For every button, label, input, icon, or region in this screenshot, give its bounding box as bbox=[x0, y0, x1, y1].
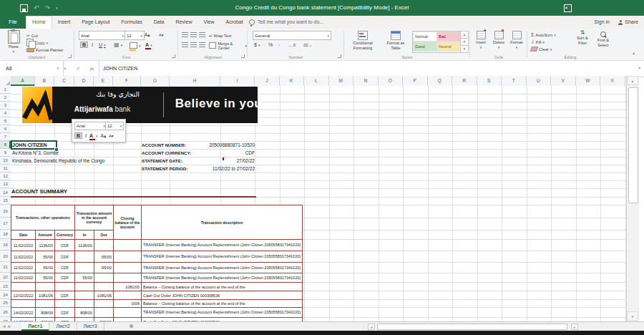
wrap-text-button[interactable]: ↩ Wrap Text bbox=[209, 32, 231, 39]
cell-date[interactable]: 12/02/2022 bbox=[11, 291, 36, 300]
cell-currency[interactable]: CDF bbox=[55, 291, 75, 300]
row-header-23[interactable]: 23 bbox=[0, 282, 11, 291]
account-field-value[interactable]: 27/02/22 bbox=[154, 157, 255, 165]
cell-out[interactable]: -55/00 bbox=[94, 251, 114, 263]
shrink-font-button[interactable]: A▾ bbox=[159, 31, 163, 38]
sheet-tab-лист2[interactable]: Лист2 bbox=[49, 322, 77, 331]
row-header-21[interactable]: 21 bbox=[0, 262, 11, 273]
row-header-11[interactable]: 11 bbox=[0, 165, 11, 173]
mini-italic-button[interactable]: I bbox=[85, 133, 87, 138]
cell-out[interactable] bbox=[94, 300, 114, 308]
italic-button[interactable]: I bbox=[92, 42, 93, 48]
row-header-13[interactable]: 13 bbox=[0, 180, 11, 188]
font-color-button[interactable]: A▾ bbox=[145, 42, 152, 48]
column-header-W[interactable]: W bbox=[576, 76, 601, 86]
hscroll-right-icon[interactable]: ▸ bbox=[571, 324, 578, 330]
cell-balance[interactable] bbox=[114, 291, 142, 300]
row-header-17[interactable]: 17 bbox=[0, 218, 11, 230]
tab-acrobat[interactable]: Acrobat bbox=[220, 16, 249, 29]
tab-file[interactable]: File bbox=[0, 16, 26, 29]
cell-currency[interactable]: CDF bbox=[55, 273, 75, 283]
cell-in[interactable] bbox=[75, 263, 94, 273]
align-top-icon[interactable] bbox=[182, 32, 188, 38]
row-header-12[interactable]: 12 bbox=[0, 173, 11, 180]
column-header-E[interactable]: E bbox=[94, 76, 113, 86]
cut-button[interactable]: ✂ Cut bbox=[26, 32, 38, 39]
cell-date[interactable]: 11/02/2022 bbox=[11, 251, 36, 263]
cell-date[interactable]: 11/02/2022 bbox=[11, 263, 36, 273]
cell-description[interactable]: TRANSFER (Internet Banking) Account Repl… bbox=[142, 240, 303, 251]
formula-bar-value[interactable]: JOHN CITIZEN bbox=[103, 61, 137, 76]
column-header-D[interactable]: D bbox=[74, 76, 94, 86]
cell-style-good[interactable]: Good bbox=[413, 42, 438, 52]
cell-description[interactable]: TRANSFER (Internet Banking) Account Repl… bbox=[142, 308, 303, 318]
row-header-2[interactable]: 2 bbox=[0, 94, 11, 102]
comma-style-button[interactable]: , bbox=[278, 40, 280, 47]
cell-style-normal[interactable]: Normal bbox=[413, 31, 438, 42]
enter-icon[interactable]: ✓ bbox=[77, 66, 81, 72]
tab-review[interactable]: Review bbox=[170, 16, 198, 29]
sheet-tab-лист3[interactable]: Лист3 bbox=[77, 322, 104, 331]
tab-scroll-split[interactable]: ⋮ bbox=[362, 322, 366, 331]
cell-description[interactable]: Cash Out Order JOHN CITIZEN 000308536 bbox=[142, 291, 303, 300]
column-header-O[interactable]: O bbox=[379, 76, 404, 86]
name-box[interactable]: A8 ▾ bbox=[0, 61, 64, 76]
cell-amount[interactable]: 1136/00 bbox=[36, 240, 55, 251]
ribbon-display-options-icon[interactable] bbox=[564, 4, 572, 12]
cell-out[interactable] bbox=[94, 308, 114, 318]
column-header-F[interactable]: F bbox=[113, 76, 141, 86]
account-field-value[interactable]: 11/02/22 to 27/02/22 bbox=[154, 165, 255, 173]
find-select-button[interactable]: Find & Select bbox=[594, 31, 613, 47]
column-header-U[interactable]: U bbox=[527, 76, 552, 86]
cell-in[interactable]: 1136/00 bbox=[75, 240, 94, 251]
column-header-N[interactable]: N bbox=[353, 76, 379, 86]
row-header-5[interactable]: 5 bbox=[0, 117, 11, 125]
align-right-icon[interactable] bbox=[199, 42, 205, 48]
mini-grow-font-button[interactable]: A▴ bbox=[101, 133, 107, 139]
cell-date[interactable]: 11/02/2022 bbox=[11, 240, 36, 251]
tell-me-box[interactable]: Tell me what you want to do... bbox=[249, 16, 323, 29]
tab-insert[interactable]: Insert bbox=[52, 16, 77, 29]
cell-out[interactable] bbox=[94, 240, 114, 251]
fill-button[interactable]: ⇩ Fill ▾ bbox=[531, 39, 545, 45]
cell-out[interactable]: -1081/06 bbox=[94, 291, 114, 300]
borders-button[interactable]: ▦▾ bbox=[114, 42, 122, 48]
new-sheet-icon[interactable]: ⊕ bbox=[129, 322, 134, 331]
mini-bold-button[interactable]: B bbox=[74, 132, 82, 139]
horizontal-scroll-thumb[interactable] bbox=[377, 324, 567, 330]
cell-amount[interactable] bbox=[36, 300, 55, 308]
row-header-22[interactable]: 22 bbox=[0, 273, 11, 282]
decrease-decimal-button[interactable]: .00→ bbox=[303, 42, 312, 48]
collapse-ribbon-icon[interactable]: ▴ bbox=[633, 50, 635, 55]
cell-in[interactable]: 808/00 bbox=[75, 308, 94, 318]
account-field-value[interactable]: CDF bbox=[154, 149, 255, 157]
cancel-icon[interactable]: × bbox=[64, 66, 67, 71]
cell-balance[interactable] bbox=[114, 263, 142, 273]
cell-out[interactable] bbox=[94, 283, 114, 291]
format-as-table-button[interactable]: Format as Table bbox=[381, 31, 411, 50]
row-header-19[interactable]: 19 bbox=[0, 239, 11, 251]
font-family-combo[interactable]: Arial ▾ bbox=[79, 31, 126, 40]
align-left-icon[interactable] bbox=[182, 42, 188, 48]
row-header-15[interactable]: 15 bbox=[0, 197, 11, 205]
align-bottom-icon[interactable] bbox=[199, 32, 205, 38]
cell-currency[interactable] bbox=[55, 283, 75, 291]
cell-amount[interactable]: 55/00 bbox=[36, 273, 55, 283]
styles-more-icon[interactable]: ▾ bbox=[460, 45, 469, 53]
row-header-14[interactable]: 14 bbox=[0, 188, 11, 197]
number-format-combo[interactable]: General ▾ bbox=[253, 31, 331, 40]
sheet-tab-лист1[interactable]: Лист1 bbox=[21, 322, 49, 331]
cell-balance[interactable] bbox=[114, 240, 142, 251]
cell-currency[interactable]: CDF bbox=[55, 251, 75, 263]
column-header-Q[interactable]: Q bbox=[428, 76, 453, 86]
bold-button[interactable]: B bbox=[80, 42, 88, 48]
select-all-corner[interactable] bbox=[0, 76, 11, 87]
fill-color-button[interactable]: ▾ bbox=[130, 42, 141, 49]
row-header-26[interactable]: 26 bbox=[0, 307, 11, 317]
cell-amount[interactable] bbox=[36, 283, 55, 291]
tab-page-layout[interactable]: Page Layout bbox=[76, 16, 115, 29]
grow-font-button[interactable]: A▴ bbox=[145, 31, 150, 38]
cell-in[interactable] bbox=[75, 251, 94, 263]
delete-cells-button[interactable]: Delete ▾ bbox=[490, 31, 507, 49]
insert-function-icon[interactable]: fx bbox=[90, 66, 94, 72]
